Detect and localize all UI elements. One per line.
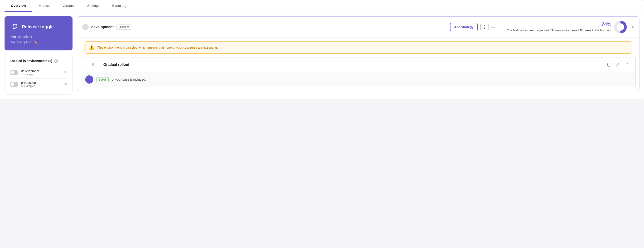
env-name-label: development	[91, 25, 114, 29]
production-name: production	[21, 81, 61, 84]
environments-title: Enabled in environments (0) ?	[10, 59, 67, 63]
toggle-project: Project: default	[11, 35, 66, 39]
metric-block: 74% The feature has been requested 43 ti…	[507, 21, 611, 33]
development-name: development	[21, 69, 61, 73]
warning-icon: ⚠️	[89, 45, 94, 50]
tab-eventlog[interactable]: Event log	[106, 0, 133, 12]
svg-rect-2	[608, 64, 610, 66]
edit-description-icon[interactable]: ✏️	[34, 40, 38, 44]
pie-chart	[614, 21, 627, 33]
main-content: Release toggle Project: default No descr…	[0, 12, 644, 99]
collapse-button[interactable]: ∧	[631, 25, 634, 30]
development-strategies: 1 strategy	[21, 73, 61, 76]
production-visibility-icon[interactable]: 👁	[64, 82, 67, 86]
env-header: development Disabled Add strategy ⋮ — 74…	[77, 17, 639, 38]
strategy-item: 1 ⠿ — Gradual rollout	[81, 57, 636, 87]
strategy-body: 100% of your base is included.	[81, 72, 636, 87]
warning-section: ⚠️ This environment is disabled, which m…	[77, 38, 639, 54]
tab-variants[interactable]: Variants	[56, 0, 81, 12]
strategy-pin-icon[interactable]: —	[97, 63, 100, 67]
drag-handle-icon[interactable]: ⠿	[92, 63, 94, 67]
disabled-badge: Disabled	[116, 25, 132, 30]
tab-metrics[interactable]: Metrics	[32, 0, 56, 12]
release-toggle-icon	[11, 23, 19, 31]
env-status-icon	[82, 24, 88, 30]
pin-icon[interactable]: —	[491, 25, 495, 30]
toggle-card-header: Release toggle	[11, 23, 66, 31]
metric-description: The feature has been requested 43 times …	[507, 28, 611, 33]
rollout-row: 100% of your base is included.	[85, 75, 631, 84]
list-item: development 1 strategy 👁	[10, 67, 67, 79]
copy-strategy-button[interactable]	[605, 61, 612, 68]
warning-text: This environment is disabled, which mean…	[97, 46, 218, 49]
toggle-title: Release toggle	[22, 24, 54, 30]
strategy-name: Gradual rollout	[103, 63, 602, 67]
more-strategy-options-button[interactable]: ⋮	[624, 61, 631, 68]
metric-percent: 74%	[602, 21, 611, 27]
development-visibility-icon[interactable]: 👁	[64, 71, 67, 75]
rollout-badge: 100%	[96, 77, 108, 82]
left-sidebar: Release toggle Project: default No descr…	[4, 16, 72, 95]
rollout-text: of your base is included.	[112, 78, 146, 81]
production-info: production 0 strategies	[21, 81, 61, 88]
env-header-actions: Add strategy ⋮ — 74% The feature has bee…	[450, 21, 634, 33]
strategy-header: 1 ⠿ — Gradual rollout	[81, 57, 636, 72]
tab-overview[interactable]: Overview	[4, 0, 32, 12]
production-toggle[interactable]	[10, 82, 18, 87]
development-toggle[interactable]	[10, 70, 18, 75]
page-wrapper: Overview Metrics Variants Settings Event…	[0, 0, 644, 99]
production-strategies: 0 strategies	[21, 84, 61, 88]
warning-banner: ⚠️ This environment is disabled, which m…	[84, 41, 632, 54]
edit-strategy-button[interactable]	[614, 61, 622, 68]
right-panel: development Disabled Add strategy ⋮ — 74…	[77, 16, 640, 91]
strategy-actions: ⋮	[605, 61, 631, 68]
environments-card: Enabled in environments (0) ? developmen…	[4, 54, 72, 95]
toggle-card: Release toggle Project: default No descr…	[4, 16, 72, 50]
help-icon[interactable]: ?	[54, 59, 58, 63]
list-item: production 0 strategies 👁	[10, 79, 67, 90]
strategy-number: 1	[85, 63, 89, 67]
more-options-button[interactable]: ⋮	[480, 23, 488, 31]
add-strategy-button[interactable]: Add strategy	[450, 23, 478, 31]
toggle-description: No description. ✏️	[11, 40, 66, 44]
rollout-circle	[85, 75, 93, 84]
development-info: development 1 strategy	[21, 69, 61, 76]
tab-settings[interactable]: Settings	[81, 0, 106, 12]
tab-bar: Overview Metrics Variants Settings Event…	[0, 0, 644, 12]
strategy-section: 1 ⠿ — Gradual rollout	[77, 57, 639, 91]
